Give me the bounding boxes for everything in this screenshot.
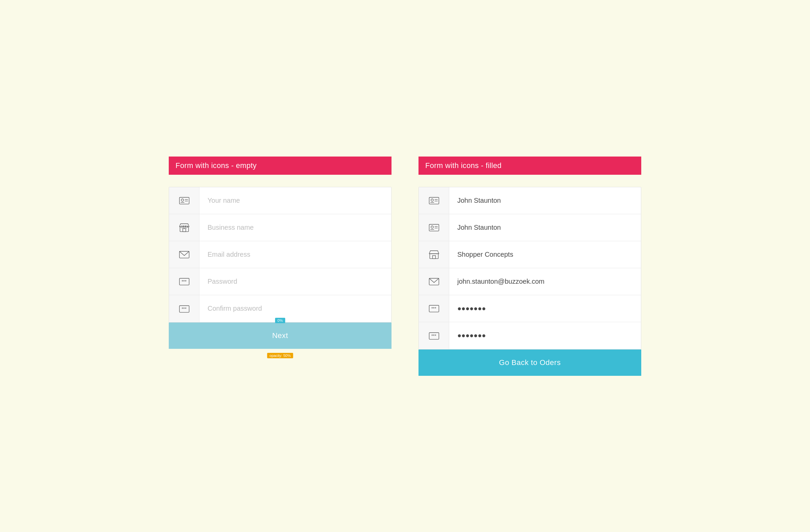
name-input[interactable] bbox=[208, 194, 383, 207]
left-section-header: Form with icons - empty bbox=[169, 156, 391, 175]
password-icon-cell: *** bbox=[169, 268, 199, 295]
right-email-field: john.staunton@buzzoek.com bbox=[449, 275, 641, 288]
confirm-field[interactable] bbox=[199, 302, 391, 315]
svg-point-22 bbox=[431, 226, 433, 228]
svg-rect-0 bbox=[179, 197, 189, 204]
right-name1-field: John Staunton bbox=[449, 194, 641, 207]
svg-text:***: *** bbox=[181, 279, 186, 284]
right-name2-field: John Staunton bbox=[449, 221, 641, 234]
right-store-icon bbox=[428, 248, 440, 261]
next-button-wrapper: 0% Next opacity: 50% bbox=[169, 322, 391, 349]
confirm-asterisk-icon: *** bbox=[178, 303, 190, 315]
asterisk-icon: *** bbox=[178, 275, 190, 287]
business-input[interactable] bbox=[208, 221, 383, 234]
confirm-input[interactable] bbox=[208, 302, 383, 315]
envelope-icon bbox=[178, 248, 190, 261]
right-section-header: Form with icons - filled bbox=[419, 156, 641, 175]
store-icon bbox=[178, 221, 190, 233]
right-password-row: *** ●●●●●●● bbox=[419, 295, 641, 322]
right-envelope-icon bbox=[428, 275, 440, 287]
left-form-card: *** *** bbox=[169, 187, 391, 322]
name-field[interactable] bbox=[199, 194, 391, 207]
svg-rect-16 bbox=[429, 197, 439, 204]
right-name1-value: John Staunton bbox=[457, 194, 633, 207]
email-icon-cell bbox=[169, 241, 199, 268]
right-name2-value: John Staunton bbox=[457, 221, 633, 234]
right-name2-icon-cell bbox=[419, 214, 449, 241]
right-confirm-field: ●●●●●●● bbox=[449, 329, 641, 342]
right-id-card-icon-2 bbox=[428, 221, 440, 233]
id-card-icon bbox=[178, 194, 190, 206]
svg-point-1 bbox=[181, 199, 183, 201]
opacity-badge: opacity: 50% bbox=[267, 353, 293, 358]
svg-text:***: *** bbox=[431, 306, 436, 311]
right-password-value: ●●●●●●● bbox=[457, 302, 633, 315]
password-field[interactable] bbox=[199, 275, 391, 288]
svg-text:***: *** bbox=[181, 307, 186, 311]
password-row: *** bbox=[169, 268, 391, 295]
right-name1-icon-cell bbox=[419, 187, 449, 214]
right-asterisk-icon-1: *** bbox=[428, 302, 440, 314]
name-row bbox=[169, 187, 391, 214]
svg-rect-26 bbox=[430, 254, 438, 259]
password-input[interactable] bbox=[208, 275, 383, 288]
right-password-field: ●●●●●●● bbox=[449, 302, 641, 315]
right-business-row: Shopper Concepts bbox=[419, 241, 641, 268]
svg-point-17 bbox=[431, 199, 433, 201]
right-business-value: Shopper Concepts bbox=[457, 248, 633, 261]
right-business-field: Shopper Concepts bbox=[449, 248, 641, 261]
svg-rect-21 bbox=[429, 225, 439, 231]
left-form-section: Form with icons - empty bbox=[169, 156, 391, 349]
right-id-card-icon-1 bbox=[428, 194, 440, 206]
business-row bbox=[169, 214, 391, 241]
next-button[interactable]: Next bbox=[169, 322, 391, 349]
right-email-row: john.staunton@buzzoek.com bbox=[419, 268, 641, 295]
right-form-section: Form with icons - filled John Staunton bbox=[419, 156, 641, 376]
business-icon-cell bbox=[169, 214, 199, 241]
confirm-icon-cell: *** bbox=[169, 295, 199, 322]
right-confirm-row: *** ●●●●●●● bbox=[419, 322, 641, 349]
right-email-icon-cell bbox=[419, 268, 449, 295]
email-input[interactable] bbox=[208, 248, 383, 261]
right-confirm-value: ●●●●●●● bbox=[457, 329, 633, 342]
go-back-button[interactable]: Go Back to Oders bbox=[419, 349, 641, 376]
right-name2-row: John Staunton bbox=[419, 214, 641, 241]
right-email-value: john.staunton@buzzoek.com bbox=[457, 275, 633, 288]
business-field[interactable] bbox=[199, 221, 391, 234]
right-business-icon-cell bbox=[419, 241, 449, 268]
svg-text:***: *** bbox=[431, 334, 436, 338]
right-asterisk-icon-2: *** bbox=[428, 330, 440, 342]
right-name1-row: John Staunton bbox=[419, 187, 641, 214]
right-password-icon-cell: *** bbox=[419, 295, 449, 322]
right-form-card: John Staunton John Staunton bbox=[419, 187, 641, 349]
name-icon-cell bbox=[169, 187, 199, 214]
email-field[interactable] bbox=[199, 248, 391, 261]
svg-rect-28 bbox=[432, 256, 435, 259]
right-confirm-icon-cell: *** bbox=[419, 322, 449, 349]
email-row bbox=[169, 241, 391, 268]
top-badge: 0% bbox=[275, 318, 285, 323]
svg-rect-7 bbox=[182, 229, 185, 232]
page-container: Form with icons - empty bbox=[169, 156, 641, 376]
